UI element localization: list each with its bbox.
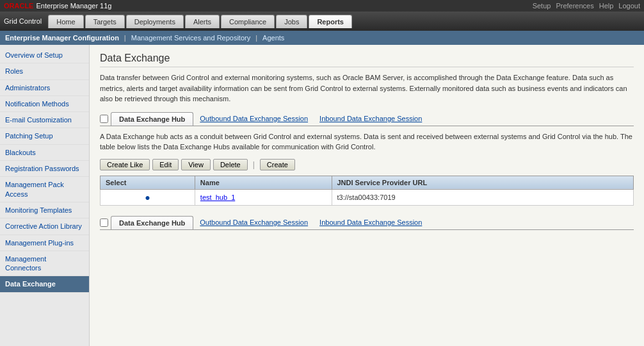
help-link[interactable]: Help <box>599 2 614 10</box>
view-button[interactable]: View <box>181 159 211 170</box>
radio-selected-icon[interactable]: ● <box>145 192 150 202</box>
sidebar-item-management-pack-access[interactable]: Management Pack Access <box>0 177 89 202</box>
tab-section-checkbox-1[interactable] <box>100 115 108 123</box>
sidebar-item-data-exchange[interactable]: Data Exchange <box>0 276 89 292</box>
create-button[interactable]: Create <box>260 159 295 170</box>
tab-inbound-session-1[interactable]: Inbound Data Exchange Session <box>314 112 427 125</box>
table-toolbar: Create Like Edit View Delete | Create <box>100 159 634 170</box>
toolbar-separator: | <box>253 160 255 169</box>
tab-bar-1: Data Exchange Hub Outbound Data Exchange… <box>100 112 634 126</box>
sidebar: Overview of Setup Roles Administrators N… <box>0 45 90 346</box>
oracle-text: ORACLE <box>4 2 33 10</box>
sidebar-item-monitoring-templates[interactable]: Monitoring Templates <box>0 202 89 218</box>
tab-description: A Data Exchange hub acts as a conduit be… <box>100 131 634 152</box>
row-name-cell: test_hub_1 <box>195 189 332 205</box>
agents-link[interactable]: Agents <box>262 34 284 42</box>
content-area: Data Exchange Data transfer between Grid… <box>90 45 644 346</box>
tab-outbound-session-1[interactable]: Outbound Data Exchange Session <box>195 112 313 125</box>
nav-tab-targets[interactable]: Targets <box>85 15 125 28</box>
tab-bar-2: Data Exchange Hub Outbound Data Exchange… <box>100 216 634 230</box>
header: Grid Control Home Targets Deployments Al… <box>0 12 644 31</box>
nav-tab-alerts[interactable]: Alerts <box>185 15 220 28</box>
sidebar-item-blackouts[interactable]: Blackouts <box>0 145 89 161</box>
tab-section-1: Data Exchange Hub Outbound Data Exchange… <box>100 112 634 206</box>
top-bar: ORACLE Enterprise Manager 11g Setup Pref… <box>0 0 644 12</box>
row-url-cell: t3://sta00433:7019 <box>332 189 634 205</box>
nav-tab-jobs[interactable]: Jobs <box>276 15 307 28</box>
data-exchange-table: Select Name JNDI Service Provider URL ● … <box>100 176 634 206</box>
setup-link[interactable]: Setup <box>533 2 551 10</box>
col-jndi-url: JNDI Service Provider URL <box>332 176 634 189</box>
page-title: Data Exchange <box>100 53 634 67</box>
delete-button[interactable]: Delete <box>213 159 248 170</box>
edit-button[interactable]: Edit <box>152 159 179 170</box>
sidebar-item-email-customization[interactable]: E-mail Customization <box>0 112 89 128</box>
sidebar-item-registration-passwords[interactable]: Registration Passwords <box>0 161 89 177</box>
tab-data-exchange-hub-1[interactable]: Data Exchange Hub <box>111 112 193 126</box>
tab-inbound-session-2[interactable]: Inbound Data Exchange Session <box>314 216 427 229</box>
row-select-cell[interactable]: ● <box>101 189 195 205</box>
tab-data-exchange-hub-2[interactable]: Data Exchange Hub <box>111 216 193 229</box>
nav-tab-reports[interactable]: Reports <box>309 15 352 28</box>
separator1: | <box>124 34 126 42</box>
sidebar-item-corrective-action[interactable]: Corrective Action Library <box>0 218 89 235</box>
sidebar-item-management-plugins[interactable]: Management Plug-ins <box>0 235 89 251</box>
sidebar-item-patching-setup[interactable]: Patching Setup <box>0 128 89 144</box>
mgmt-services-link[interactable]: Management Services and Repository <box>131 34 250 42</box>
tab-outbound-session-2[interactable]: Outbound Data Exchange Session <box>195 216 313 229</box>
nav-tab-compliance[interactable]: Compliance <box>221 15 275 28</box>
tab-section-checkbox-2[interactable] <box>100 218 108 227</box>
sidebar-item-management-connectors[interactable]: Management Connectors <box>0 251 89 277</box>
em-text: Enterprise Manager 11g <box>36 2 111 10</box>
preferences-link[interactable]: Preferences <box>556 2 593 10</box>
top-links: Setup Preferences Help Logout <box>533 2 640 10</box>
oracle-logo: ORACLE Enterprise Manager 11g <box>4 2 111 10</box>
main: Overview of Setup Roles Administrators N… <box>0 45 644 346</box>
separator2: | <box>255 34 257 42</box>
logout-link[interactable]: Logout <box>618 2 640 10</box>
sidebar-item-overview[interactable]: Overview of Setup <box>0 47 89 63</box>
sidebar-item-administrators[interactable]: Administrators <box>0 80 89 96</box>
hub-name-link[interactable]: test_hub_1 <box>200 194 235 201</box>
create-like-button[interactable]: Create Like <box>100 159 150 170</box>
col-name: Name <box>195 176 332 189</box>
table-row: ● test_hub_1 t3://sta00433:7019 <box>101 189 634 205</box>
page-description: Data transfer between Grid Control and e… <box>100 72 634 104</box>
nav-tab-home[interactable]: Home <box>48 15 83 28</box>
grid-control-label: Grid Control <box>4 17 42 25</box>
breadcrumb-title: Enterprise Manager Configuration <box>5 34 119 42</box>
sidebar-item-roles[interactable]: Roles <box>0 63 89 79</box>
col-select: Select <box>101 176 195 189</box>
sidebar-item-notification-methods[interactable]: Notification Methods <box>0 96 89 112</box>
sub-nav: Enterprise Manager Configuration | Manag… <box>0 31 644 45</box>
nav-tab-deployments[interactable]: Deployments <box>126 15 184 28</box>
tab-section-2: Data Exchange Hub Outbound Data Exchange… <box>100 216 634 230</box>
